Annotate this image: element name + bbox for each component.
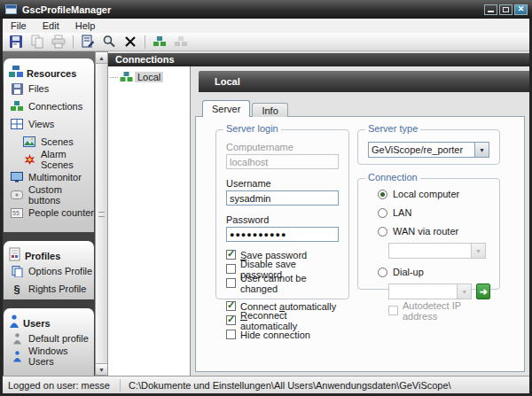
minimize-button[interactable]: [484, 4, 497, 15]
server-type-dropdown[interactable]: GeViScope/re_porter: [368, 142, 489, 158]
computername-label: Computername: [226, 142, 339, 152]
radio-button[interactable]: [378, 268, 387, 277]
radio-local-computer[interactable]: Local computer: [378, 189, 490, 199]
radio-wan-via-router[interactable]: WAN via router: [378, 226, 490, 237]
sidebar-item-default-profile[interactable]: Default profile: [4, 330, 94, 347]
application-window: GscProfileManager File Edit Help: [0, 0, 532, 396]
checkbox-box[interactable]: [226, 278, 236, 288]
sidebar-item-custom-buttons[interactable]: Custom buttons: [4, 186, 94, 204]
logged-on-user-text: Logged on user: messe: [3, 380, 120, 391]
multimonitor-icon: [10, 171, 24, 183]
radio-button[interactable]: [378, 208, 387, 218]
connect-button[interactable]: [149, 34, 170, 50]
menu-file[interactable]: File: [3, 19, 35, 33]
app-icon: [5, 4, 17, 14]
checkbox-box[interactable]: [226, 315, 236, 325]
tab-server[interactable]: Server: [202, 100, 250, 117]
default-profile-icon: [10, 332, 24, 345]
sidebar-item-label: People counter: [28, 207, 94, 218]
scroll-down-icon[interactable]: [96, 363, 107, 375]
dial-up-dropdown[interactable]: [388, 283, 472, 299]
wan-router-dropdown[interactable]: [388, 243, 486, 259]
checkbox-label: Hide connection: [240, 330, 310, 340]
resources-section-header[interactable]: Resources: [4, 58, 94, 80]
radio-dial-up[interactable]: Dial-up: [378, 267, 490, 277]
radio-button[interactable]: [378, 227, 387, 237]
checkbox-label: Autodetect IP address: [403, 300, 490, 322]
chevron-down-icon[interactable]: [474, 143, 489, 157]
tab-strip: Server Info: [202, 100, 290, 117]
group-title: Server type: [365, 123, 420, 134]
disconnect-button[interactable]: [170, 34, 192, 50]
toolbar-separator: [73, 35, 74, 49]
tab-info[interactable]: Info: [252, 103, 287, 117]
views-icon: [10, 118, 24, 130]
tree-item-label[interactable]: Local: [135, 72, 163, 82]
group-title: Server login: [223, 123, 281, 134]
server-type-value: GeViScope/re_porter: [369, 143, 474, 157]
print-button[interactable]: [48, 34, 69, 50]
sidebar-item-rights-profile[interactable]: § Rights Profile: [4, 280, 94, 298]
sidebar-item-connections[interactable]: Connections: [4, 97, 94, 115]
save-button[interactable]: [5, 34, 27, 50]
checkbox-box[interactable]: [226, 264, 236, 274]
maximize-button[interactable]: [499, 4, 512, 15]
password-field[interactable]: [226, 227, 339, 242]
go-arrow-button[interactable]: [476, 283, 490, 299]
scrollbar-thumb[interactable]: [96, 64, 107, 363]
sidebar-item-windows-users[interactable]: Windows Users: [4, 347, 94, 365]
sidebar-item-label: Custom buttons: [28, 184, 94, 206]
users-section-header[interactable]: Users: [4, 308, 94, 330]
server-type-group: Server type GeViScope/re_porter: [357, 129, 500, 165]
sidebar-item-label: Views: [28, 119, 54, 129]
radio-lan[interactable]: LAN: [378, 207, 490, 218]
delete-button[interactable]: [120, 34, 141, 50]
window-title: GscProfileManager: [22, 4, 111, 15]
checkbox-box[interactable]: [226, 301, 236, 311]
connections-tree: Local: [108, 66, 191, 376]
sidebar-item-views[interactable]: Views: [4, 115, 94, 133]
computername-field[interactable]: [226, 154, 339, 169]
username-label: Username: [226, 178, 339, 189]
search-button[interactable]: [98, 34, 120, 50]
dial-up-value: [389, 284, 457, 299]
tree-item-local[interactable]: Local: [108, 72, 190, 82]
user-cannot-be-changed-checkbox[interactable]: User cannot be changed: [226, 277, 339, 289]
sidebar: Resources Files Connections Views: [3, 51, 95, 376]
windows-users-icon: [10, 350, 24, 362]
search-icon: [102, 35, 116, 49]
people-counter-icon: 55: [10, 206, 24, 219]
custom-buttons-icon: [10, 189, 24, 201]
sidebar-item-label: Alarm Scenes: [41, 149, 94, 170]
toolbar-separator: [145, 35, 145, 49]
sidebar-item-files[interactable]: Files: [4, 80, 94, 97]
scroll-up-icon[interactable]: [96, 52, 107, 64]
sidebar-item-multimonitor[interactable]: Multimonitor: [4, 168, 94, 186]
menu-help[interactable]: Help: [67, 19, 104, 33]
radio-button[interactable]: [378, 190, 387, 199]
config-path-text: C:\Dokumente und Einstellungen\All Users…: [121, 380, 451, 391]
radio-label: LAN: [393, 207, 411, 218]
edit-button[interactable]: [77, 34, 98, 50]
sidebar-scrollbar[interactable]: [95, 51, 108, 376]
sidebar-item-options-profile[interactable]: Options Profile: [4, 262, 94, 280]
copy-button[interactable]: [27, 34, 48, 50]
username-field[interactable]: [226, 190, 339, 206]
checkbox-box[interactable]: [226, 330, 236, 339]
checkbox-box[interactable]: [226, 250, 236, 260]
sidebar-item-people-counter[interactable]: 55 People counter: [4, 204, 94, 221]
autodetect-ip-checkbox[interactable]: Autodetect IP address: [388, 305, 490, 316]
sidebar-item-scenes[interactable]: Scenes: [4, 133, 94, 151]
profiles-section-header[interactable]: Profiles: [4, 241, 94, 262]
svg-text:55: 55: [12, 210, 20, 216]
checkbox-box[interactable]: [388, 306, 398, 315]
reconnect-automatically-checkbox[interactable]: Reconnect automatically: [226, 314, 339, 326]
close-button[interactable]: [514, 4, 528, 15]
sidebar-item-alarm-scenes[interactable]: Alarm Scenes: [4, 151, 94, 168]
radio-label: Local computer: [393, 189, 459, 199]
section-title: Resources: [27, 68, 76, 79]
menu-edit[interactable]: Edit: [35, 19, 67, 33]
edit-page-icon: [81, 35, 95, 49]
disconnect-icon: [174, 35, 188, 49]
password-label: Password: [226, 214, 339, 225]
